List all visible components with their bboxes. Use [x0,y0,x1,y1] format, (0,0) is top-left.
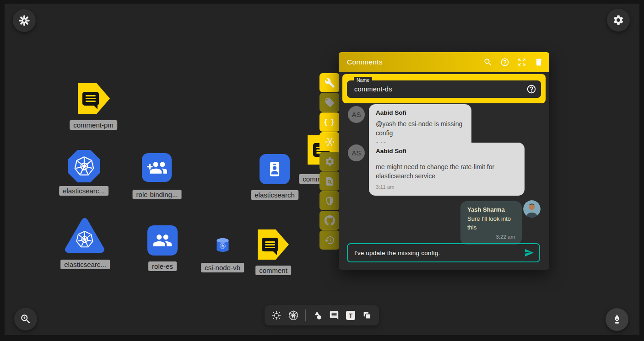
help-circle-icon [526,84,536,94]
zoom-button[interactable] [14,308,37,330]
text-tool-icon: T [346,311,355,320]
expand-icon[interactable] [517,58,526,67]
help-icon[interactable] [500,58,509,67]
message-text: me might need to change the rate-limit f… [376,162,518,181]
settings-button[interactable] [607,9,630,32]
node-comment[interactable] [258,229,289,261]
mesh-hub-icon [325,137,335,147]
tools-dock-vertical: { } [319,73,340,250]
message-author: Aabid Sofi [376,109,465,116]
comment-bubble-icon [82,92,99,106]
message-text: @yash the csi-node is missing config [376,119,465,138]
node-csi-node-vb[interactable] [215,237,231,253]
dock-divider [305,309,306,321]
name-field[interactable]: Name [347,80,541,98]
users-icon [152,230,173,250]
node-elasticsearch-triangle[interactable] [64,217,105,255]
node-comment-pm[interactable] [78,82,110,115]
kubernetes-icon [288,310,298,320]
message-time: 3:22 am [467,234,515,240]
kanvas-logo-button[interactable] [13,9,36,32]
serviceaccount-node-shape [260,154,290,184]
name-field-section: Name [342,74,546,103]
avatar: AS [348,144,365,161]
app-window: comment-pm elasticsearc... [0,0,644,341]
comment-tool-icon [329,310,339,320]
doc-search-icon [325,176,335,186]
comment-tool-button[interactable] [329,310,339,320]
comment-bubble-icon [262,238,278,251]
settings-tool-button[interactable] [319,152,340,171]
comment-composer[interactable] [347,243,540,262]
wrench-icon [325,78,335,88]
node-label: csi-node-vb [201,263,244,272]
pen-tool-button[interactable] [606,308,628,331]
mesh-tool-button[interactable] [319,132,340,151]
comment-message: Aabid Sofi me might need to change the r… [369,143,525,196]
comments-panel: Comments Name AS Aabid Sofi @yash the cs… [339,52,549,270]
node-elasticsearch-octagon[interactable] [68,150,100,182]
node-label: comment [255,266,291,275]
kubernetes-tool-button[interactable] [288,310,298,320]
panel-title: Comments [347,58,483,66]
shield-icon [325,196,335,206]
history-icon [325,235,335,245]
message-author: Yash Sharma [467,206,515,213]
node-label: elasticsearc... [60,260,110,269]
node-role-es[interactable] [147,225,178,256]
triangle-node-shape [64,217,105,255]
doc-search-tool-button[interactable] [319,171,340,191]
zoom-in-icon [20,313,32,325]
text-tool-button[interactable]: T [346,311,355,320]
kubernetes-node-shape [68,150,100,182]
shapes-tool-button[interactable] [313,310,323,320]
message-time: 3:11 am [376,184,518,190]
message-author: Aabid Sofi [376,148,518,155]
id-badge-icon [265,159,285,179]
node-role-binding[interactable] [142,153,172,182]
comment-message: Yash Sharma Sure I'll look into this 3:2… [460,201,522,245]
comment-node-shape [258,229,289,261]
role-node-shape [147,225,178,256]
comment-node-shape [78,82,110,115]
node-label: role-binding... [133,190,182,199]
tag-tool-button[interactable] [319,93,340,112]
shapes-icon [313,310,323,320]
node-label: elasticsearc... [59,186,108,196]
shield-tool-button[interactable] [319,191,340,210]
message-text: Sure I'll look into this [467,215,515,232]
configure-tool-button[interactable] [319,73,340,92]
send-icon[interactable] [524,248,534,258]
github-icon [325,215,335,226]
name-help-button[interactable] [526,84,536,96]
node-label: elasticsearch [251,190,298,200]
gear-icon [325,156,335,167]
node-elasticsearch-serviceaccount[interactable] [260,154,290,184]
github-tool-button[interactable] [319,211,340,230]
search-icon[interactable] [483,58,492,67]
comments-panel-header[interactable]: Comments [339,52,549,72]
name-input[interactable] [347,80,541,98]
avatar: AS [348,106,365,123]
image-tool-icon [362,310,372,320]
braces-icon: { } [325,118,335,126]
comment-input[interactable] [348,250,524,256]
image-tool-button[interactable] [362,310,372,320]
pen-nib-icon [611,314,623,325]
kubernetes-wheel-icon [74,156,95,177]
kanvas-flower-icon [18,15,30,27]
json-tool-button[interactable]: { } [319,112,340,132]
history-tool-button[interactable] [319,230,340,250]
tag-icon [325,97,335,108]
infrastructure-tool-button[interactable] [271,310,281,320]
node-label: comment-pm [70,120,117,130]
gear-icon [612,14,624,26]
user-add-icon [147,158,167,178]
avatar-photo [523,200,541,218]
node-label: role-es [148,261,177,271]
delete-icon[interactable] [534,58,543,67]
infrastructure-icon [271,310,281,320]
shapes-dock-bottom: T [265,305,379,325]
cylinder-node-shape [215,237,231,253]
role-binding-node-shape [142,153,172,182]
